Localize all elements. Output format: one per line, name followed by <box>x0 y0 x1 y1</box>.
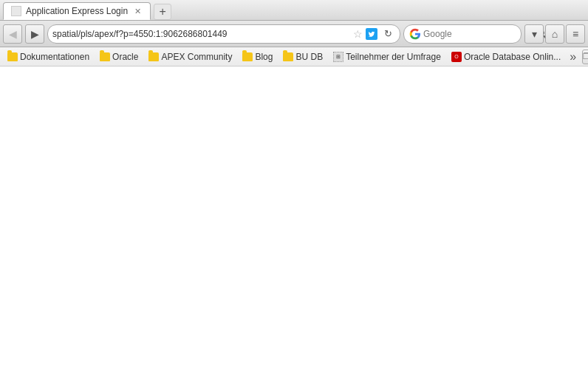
bookmark-label: Blog <box>255 52 273 62</box>
tab-title: Application Express Login <box>26 6 128 16</box>
bookmark-label: APEX Community <box>161 52 232 62</box>
nav-right-buttons: ▾ ⌂ ≡ <box>524 24 585 44</box>
bookmark-apex-community[interactable]: APEX Community <box>144 50 236 64</box>
twitter-icon[interactable] <box>366 28 377 40</box>
bookmark-label: Oracle Database Onlin... <box>464 52 561 62</box>
dropdown-button[interactable]: ▾ <box>524 24 544 44</box>
bookmarks-overflow-button[interactable]: » <box>567 50 579 64</box>
folder-icon <box>242 52 253 61</box>
google-icon <box>408 27 422 41</box>
folder-icon <box>7 52 18 61</box>
bookmark-label: BU DB <box>295 52 323 62</box>
bookmark-oracle[interactable]: Oracle <box>95 50 143 64</box>
title-bar: Application Express Login ✕ + <box>0 0 588 21</box>
bookmark-label: Oracle <box>112 52 138 62</box>
folder-icon <box>100 52 110 61</box>
new-tab-button[interactable]: + <box>154 4 171 20</box>
address-bar-container: ☆ ↻ <box>47 24 400 44</box>
google-search-input[interactable] <box>423 29 534 39</box>
folder-icon <box>283 52 293 61</box>
bookmark-label: Dokumentationen <box>20 52 89 62</box>
bookmark-star-icon[interactable]: ☆ <box>353 28 363 40</box>
navigation-bar: ◀ ▶ ☆ ↻ 🔍 ▾ ⌂ ≡ <box>0 21 588 47</box>
teilnehmer-icon: ⊞ <box>333 52 343 62</box>
bookmark-oracle-db-online[interactable]: O Oracle Database Onlin... <box>447 50 565 64</box>
bookmarks-bar: Dokumentationen Oracle APEX Community Bl… <box>0 47 588 67</box>
bookmark-dokumentationen[interactable]: Dokumentationen <box>3 50 94 64</box>
oracle-db-icon: O <box>451 52 462 62</box>
tab-bar: Application Express Login ✕ + <box>3 0 171 20</box>
back-button[interactable]: ◀ <box>3 24 22 44</box>
home-button[interactable]: ⌂ <box>545 24 564 44</box>
bookmark-teilnehmer[interactable]: ⊞ Teilnehmer der Umfrage <box>329 50 445 64</box>
bookmarks-extra-button[interactable]: ❐ <box>582 50 588 64</box>
refresh-button[interactable]: ↻ <box>380 27 395 41</box>
tab-close-button[interactable]: ✕ <box>132 6 143 16</box>
folder-icon <box>148 52 159 61</box>
menu-button[interactable]: ≡ <box>566 24 585 44</box>
google-search-container: 🔍 <box>403 24 522 44</box>
bookmark-label: Teilnehmer der Umfrage <box>346 52 441 62</box>
page-content <box>0 67 588 385</box>
address-input[interactable] <box>52 29 350 39</box>
forward-button[interactable]: ▶ <box>25 24 44 44</box>
active-tab[interactable]: Application Express Login ✕ <box>3 2 151 20</box>
bookmark-blog[interactable]: Blog <box>238 50 277 64</box>
tab-favicon <box>11 6 21 16</box>
bookmark-bu-db[interactable]: BU DB <box>278 50 327 64</box>
